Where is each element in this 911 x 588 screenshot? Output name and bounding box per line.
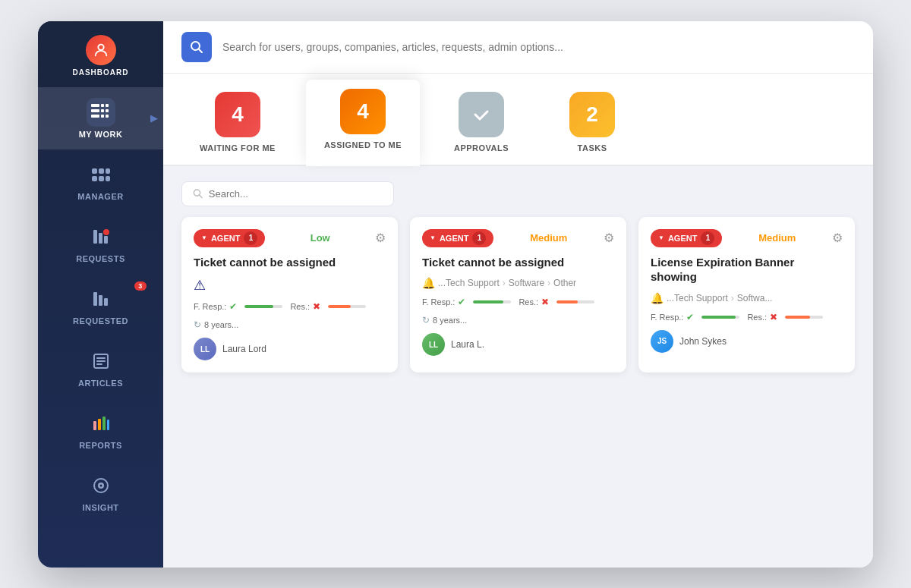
priority-2: Medium: [530, 232, 567, 244]
settings-icon-2[interactable]: ⚙: [604, 231, 614, 245]
sidebar-arrow-mywork: ▶: [150, 113, 158, 124]
svg-rect-7: [106, 109, 109, 112]
ticket-title-2: Ticket cannot be assigned: [422, 255, 614, 270]
warning-indicator-1: ⚠: [194, 277, 386, 294]
path-part-1-3: ...Tech Support: [667, 293, 728, 303]
stats-bar: 4 WAITING FOR ME 4 ASSIGNED TO ME APPROV…: [163, 74, 873, 166]
reports-icon: [87, 409, 115, 438]
res-x-3: ✖: [770, 312, 777, 322]
insight-icon: [87, 471, 115, 500]
svg-rect-20: [93, 292, 97, 306]
stat-waiting[interactable]: 4 WAITING FOR ME: [181, 86, 294, 165]
search-button[interactable]: [181, 32, 212, 62]
agent-badge-1[interactable]: ▼ AGENT 1: [194, 229, 265, 247]
res-2: Res.: ✖: [519, 297, 549, 307]
progress-r-2: [556, 300, 594, 303]
settings-icon-1[interactable]: ⚙: [375, 231, 386, 245]
avatar-1: LL: [194, 338, 216, 360]
sidebar: DASHBOARD MY WORK ▶: [38, 21, 163, 568]
svg-rect-11: [99, 168, 104, 174]
priority-1: Low: [310, 232, 330, 244]
approvals-count: [459, 92, 504, 137]
sidebar-item-insight[interactable]: INSIGHT: [38, 461, 163, 523]
ticket-header-2: ▼ AGENT 1 Medium ⚙: [422, 229, 614, 247]
svg-rect-28: [98, 419, 101, 430]
mywork-icon: [87, 98, 115, 127]
badge-arrow: ▼: [201, 234, 207, 241]
sidebar-item-mywork[interactable]: MY WORK ▶: [38, 87, 163, 149]
ticket-header-1: ▼ AGENT 1 Low ⚙: [194, 229, 386, 247]
sidebar-item-manager[interactable]: MANAGER: [38, 149, 163, 212]
svg-rect-15: [106, 176, 110, 181]
sidebar-item-reports[interactable]: REPORTS: [38, 398, 163, 461]
tasks-count: 2: [569, 92, 615, 137]
sidebar-item-articles[interactable]: ARTICLES: [38, 336, 163, 398]
sidebar-label-articles: ARTICLES: [78, 379, 123, 388]
agent-badge-2[interactable]: ▼ AGENT 1: [422, 229, 493, 247]
svg-rect-30: [107, 420, 109, 430]
svg-rect-26: [96, 363, 102, 365]
f-resp-check-3: ✔: [686, 312, 694, 322]
svg-rect-14: [99, 176, 104, 181]
sidebar-item-requested[interactable]: REQUESTED 3: [38, 274, 163, 336]
svg-line-37: [199, 195, 202, 198]
ticket-filter-input[interactable]: [209, 188, 383, 200]
agent-badge-3[interactable]: ▼ AGENT 1: [651, 229, 722, 247]
svg-rect-10: [92, 168, 97, 174]
progress-f-3: [701, 316, 739, 319]
path-sep-2: ›: [547, 278, 550, 288]
svg-rect-1: [91, 104, 99, 107]
badge-arrow-2: ▼: [430, 234, 436, 241]
agent-label-1: AGENT: [211, 234, 241, 243]
svg-rect-4: [101, 104, 104, 107]
settings-icon-3[interactable]: ⚙: [832, 231, 843, 245]
waiting-label: WAITING FOR ME: [200, 143, 276, 153]
svg-rect-27: [93, 421, 96, 430]
assigned-count: 4: [340, 89, 386, 134]
path-part-2-3: Softwa...: [737, 293, 773, 303]
svg-rect-18: [104, 236, 108, 244]
stat-approvals[interactable]: APPROVALS: [432, 86, 531, 165]
svg-rect-17: [99, 233, 102, 244]
ticket-meta-1: F. Resp.: ✔ Res.: ✖: [194, 301, 386, 330]
res-1: Res.: ✖: [290, 301, 320, 312]
progress-r-fill-2: [556, 300, 578, 303]
svg-rect-29: [102, 417, 106, 430]
path-sep-3: ›: [731, 293, 734, 303]
ticket-title-3: License Expiration Banner showing: [651, 255, 843, 285]
agent-label-2: AGENT: [440, 234, 469, 243]
agent-count-3: 1: [701, 231, 714, 245]
sidebar-item-requests[interactable]: REQUESTS: [38, 212, 163, 274]
table-row[interactable]: ▼ AGENT 1 Medium ⚙ License Expiration Ba…: [638, 217, 855, 373]
global-search-input[interactable]: [222, 41, 855, 53]
refresh-icon-1: ↻: [194, 319, 201, 330]
path-part-3-2: Other: [553, 278, 576, 288]
res-label-1: Res.:: [290, 302, 310, 311]
svg-rect-12: [106, 168, 110, 174]
svg-rect-3: [91, 115, 99, 118]
progress-f-fill-2: [473, 300, 503, 303]
table-row[interactable]: ▼ AGENT 1 Low ⚙ Ticket cannot be assigne…: [181, 217, 398, 373]
table-row[interactable]: ▼ AGENT 1 Medium ⚙ Ticket cannot be assi…: [410, 217, 626, 373]
tickets-grid: ▼ AGENT 1 Low ⚙ Ticket cannot be assigne…: [181, 217, 855, 373]
svg-rect-24: [96, 357, 106, 359]
stat-assigned[interactable]: 4 ASSIGNED TO ME: [306, 80, 420, 165]
logo-label: DASHBOARD: [73, 68, 129, 77]
svg-rect-9: [106, 115, 109, 118]
agent-name-3: John Sykes: [679, 336, 727, 347]
f-resp-2: F. Resp.: ✔: [422, 297, 465, 307]
stat-tasks[interactable]: 2 TASKS: [543, 86, 641, 165]
progress-f-1: [244, 305, 282, 308]
f-resp-3: F. Resp.: ✔: [651, 312, 694, 322]
res-label-3: Res.:: [747, 313, 767, 322]
svg-rect-25: [96, 360, 106, 362]
agent-count-1: 1: [244, 231, 257, 245]
res-label-2: Res.:: [519, 297, 538, 307]
f-resp-label-1: F. Resp.:: [194, 302, 226, 311]
articles-icon: [87, 347, 115, 376]
progress-r-fill-3: [785, 316, 810, 319]
svg-rect-8: [101, 115, 104, 118]
svg-line-35: [199, 49, 203, 52]
svg-rect-6: [101, 109, 104, 112]
logo-icon: [86, 35, 116, 65]
